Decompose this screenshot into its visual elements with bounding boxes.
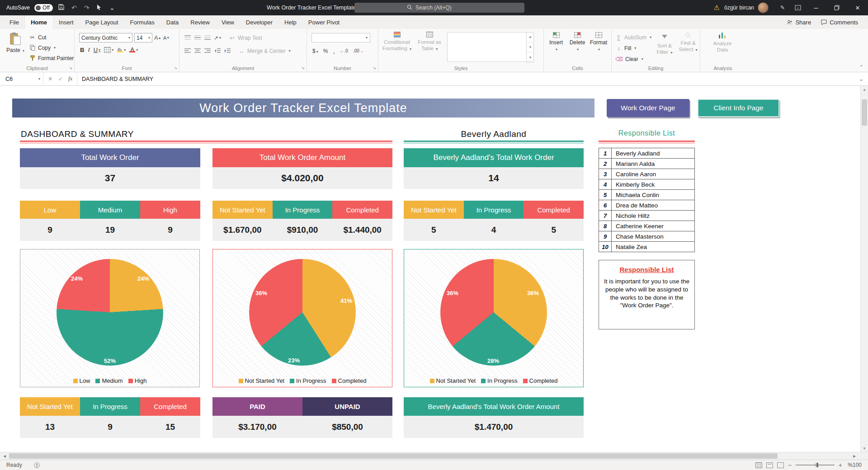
customize-qat-chevron-icon[interactable]: ⌄	[108, 4, 116, 11]
paid-value[interactable]: $3.170,00	[212, 416, 302, 438]
count-value-not-started[interactable]: 13	[20, 416, 80, 438]
save-icon[interactable]	[57, 4, 66, 11]
align-bottom-icon[interactable]	[204, 35, 211, 40]
align-top-icon[interactable]	[184, 35, 191, 40]
accessibility-icon[interactable]	[34, 462, 40, 468]
tab-page-layout[interactable]: Page Layout	[80, 15, 124, 29]
name-box[interactable]: C6 ▾	[0, 72, 43, 85]
zoom-level[interactable]: %100	[846, 462, 862, 468]
search-box[interactable]: Search (Alt+Q)	[354, 3, 524, 13]
total-work-order-value[interactable]: 37	[20, 167, 200, 189]
format-cells-button[interactable]: Format▾	[588, 32, 609, 52]
user-avatar[interactable]	[758, 2, 769, 13]
scroll-left-icon[interactable]: ◀	[1, 452, 8, 460]
currency-format-icon[interactable]: $▾	[312, 48, 318, 54]
warning-icon[interactable]: ⚠	[714, 4, 720, 12]
increase-font-icon[interactable]: A▲	[154, 34, 161, 41]
fill-color-icon[interactable]: ▾	[117, 47, 126, 52]
scroll-down-icon[interactable]: ▼	[861, 445, 868, 452]
font-dialog-launcher[interactable]: ↘	[174, 66, 177, 70]
list-item[interactable]: 6Drea de Matteo	[599, 200, 694, 211]
list-item[interactable]: 3Caroline Aaron	[599, 169, 694, 179]
increase-indent-icon[interactable]	[224, 48, 231, 53]
ribbon-display-options-icon[interactable]	[790, 0, 806, 15]
zoom-out-icon[interactable]: −	[788, 461, 792, 469]
client-total-value[interactable]: 14	[404, 167, 584, 189]
amount-value-completed[interactable]: $1.440,00	[332, 219, 392, 241]
work-order-page-button[interactable]: Work Order Page	[607, 99, 689, 117]
vertical-scroll-thumb[interactable]	[862, 99, 867, 126]
orientation-icon[interactable]: ↗▾	[214, 35, 221, 41]
status-count-value-row[interactable]: 13 9 15	[20, 416, 200, 438]
tab-data[interactable]: Data	[160, 15, 184, 29]
tab-view[interactable]: View	[216, 15, 240, 29]
amount-value-not-started[interactable]: $1.670,00	[212, 219, 273, 241]
page-break-view-icon[interactable]	[777, 462, 784, 468]
alignment-dialog-launcher[interactable]: ↘	[301, 66, 305, 70]
decrease-indent-icon[interactable]	[214, 48, 221, 53]
count-value-in-progress[interactable]: 9	[80, 416, 140, 438]
cursor-mode-icon[interactable]	[95, 4, 104, 11]
horizontal-scroll-thumb[interactable]	[9, 453, 778, 459]
percent-format-icon[interactable]: %	[323, 48, 328, 54]
client-value-in-progress[interactable]: 4	[464, 219, 524, 241]
list-item[interactable]: 5Michaela Conlin	[599, 190, 694, 200]
tab-file[interactable]: File	[4, 15, 25, 29]
priority-value-high[interactable]: 9	[140, 219, 200, 241]
client-status-value-row[interactable]: 5 4 5	[404, 219, 584, 241]
format-painter-button[interactable]: Format Painter	[29, 53, 74, 63]
amount-value-in-progress[interactable]: $910,00	[273, 219, 333, 241]
worksheet[interactable]: Work Order Tracker Excel Template Work O…	[0, 86, 859, 452]
align-middle-icon[interactable]	[194, 35, 201, 40]
fill-button[interactable]: ↓Fill▾	[615, 43, 651, 53]
copy-button[interactable]: Copy▾	[29, 43, 74, 52]
priority-value-row[interactable]: 9 19 9	[20, 219, 200, 241]
client-pie-chart[interactable]: 36% 28% 36% Not Started Yet In Progress …	[404, 249, 584, 387]
align-center-icon[interactable]	[194, 48, 201, 53]
scroll-up-icon[interactable]: ▲	[861, 86, 868, 93]
minimize-button[interactable]: ─	[806, 0, 826, 15]
client-info-page-button[interactable]: Client Info Page	[698, 99, 779, 117]
unpaid-value[interactable]: $850,00	[302, 416, 392, 438]
list-item[interactable]: 9Chase Masterson	[599, 231, 694, 242]
scroll-right-icon[interactable]: ▶	[851, 452, 858, 460]
count-value-completed[interactable]: 15	[140, 416, 200, 438]
decrease-font-icon[interactable]: A▼	[163, 35, 170, 41]
align-left-icon[interactable]	[184, 48, 191, 53]
align-right-icon[interactable]	[204, 48, 211, 53]
vertical-scrollbar[interactable]: ▲ ▼	[860, 86, 868, 452]
tab-developer[interactable]: Developer	[240, 15, 278, 29]
clipboard-dialog-launcher[interactable]: ↘	[69, 66, 72, 70]
paste-button[interactable]: Paste ▾	[5, 32, 26, 53]
clear-button[interactable]: ⌫Clear▾	[615, 54, 651, 64]
amount-pie-chart[interactable]: 41% 23% 36% Not Started Yet In Progress …	[212, 249, 392, 387]
client-value-completed[interactable]: 5	[524, 219, 584, 241]
priority-value-low[interactable]: 9	[20, 219, 80, 241]
close-button[interactable]: ✕	[847, 0, 868, 15]
expand-formula-bar-icon[interactable]: ⌄	[854, 75, 868, 82]
priority-value-medium[interactable]: 19	[80, 219, 140, 241]
formula-input[interactable]: DASHBOARD & SUMMARY	[77, 76, 854, 82]
page-layout-view-icon[interactable]	[766, 462, 773, 468]
zoom-slider-knob[interactable]	[816, 463, 818, 467]
tab-formulas[interactable]: Formulas	[124, 15, 160, 29]
priority-pie-chart[interactable]: 24% 52% 24% Low Medium High	[20, 249, 200, 387]
client-value-not-started[interactable]: 5	[404, 219, 464, 241]
underline-icon[interactable]: U▾	[94, 47, 100, 53]
zoom-slider[interactable]	[796, 465, 835, 465]
autosave-toggle[interactable]: Off	[34, 4, 53, 12]
increase-decimal-icon[interactable]: ←.0	[340, 48, 348, 53]
italic-icon[interactable]: I	[88, 46, 90, 53]
total-amount-value[interactable]: $4.020,00	[212, 167, 392, 189]
list-item[interactable]: 2Mariann Aalda	[599, 159, 694, 169]
normal-view-icon[interactable]	[755, 462, 762, 468]
tab-review[interactable]: Review	[184, 15, 216, 29]
share-button[interactable]: Share	[787, 19, 811, 26]
tab-power-pivot[interactable]: Power Pivot	[302, 15, 345, 29]
list-item[interactable]: 10Natalie Zea	[599, 242, 694, 252]
number-dialog-launcher[interactable]: ↘	[373, 66, 376, 70]
comma-format-icon[interactable]: ,	[333, 47, 335, 55]
cut-button[interactable]: ✂Cut	[29, 33, 74, 42]
tab-help[interactable]: Help	[278, 15, 302, 29]
list-item[interactable]: 1Beverly Aadland	[599, 148, 694, 159]
